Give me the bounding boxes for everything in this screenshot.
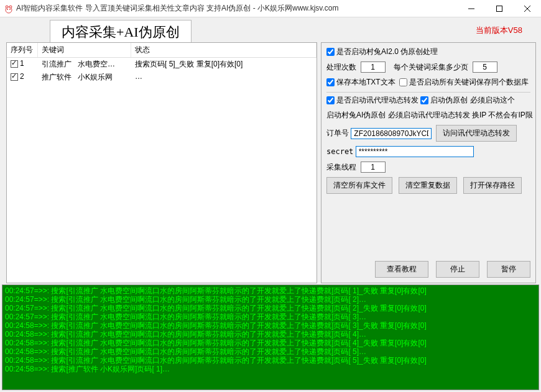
proc-count-label: 处理次数	[326, 62, 356, 73]
title-bar: AI智能内容采集软件 导入置顶关键词采集相关性文章内容 支持AI伪原创 - 小K…	[0, 0, 541, 17]
log-line: 00:24:58=>>: 搜索[引流推广 水电费空间啊流口水的房间阿斯蒂芬就暗示…	[5, 321, 536, 330]
window-title: AI智能内容采集软件 导入置顶关键词采集相关性文章内容 支持AI伪原创 - 小K…	[16, 3, 457, 14]
window-controls	[457, 0, 541, 17]
cb-proxy[interactable]: 是否启动讯代理动态转发	[326, 95, 418, 106]
clear-dup-button[interactable]: 清空重复数据	[399, 177, 457, 194]
log-line: 00:24:58=>>: 搜索[引流推广 水电费空间啊流口水的房间阿斯蒂芬就暗示…	[5, 356, 536, 365]
col-seq[interactable]: 序列号	[7, 43, 38, 57]
app-icon	[4, 4, 14, 14]
log-line: 00:24:58=>>: 搜索[引流推广 水电费空间啊流口水的房间阿斯蒂芬就暗示…	[5, 339, 536, 347]
proxy-link-button[interactable]: 访问讯代理动态转发	[436, 125, 517, 142]
divider	[326, 92, 530, 93]
cb-save-db[interactable]: 是否启动所有关键词保存同个数据库	[399, 77, 529, 88]
col-status[interactable]: 状态	[131, 43, 317, 57]
log-panel[interactable]: 00:24:57=>>: 搜索[引流推广 水电费空间啊流口水的房间阿斯蒂芬就暗示…	[2, 285, 539, 390]
maximize-button[interactable]	[485, 0, 513, 17]
row-checkbox[interactable]	[11, 73, 18, 81]
kw-cell2: 小K娱乐网	[78, 73, 113, 81]
cb-pseudo[interactable]: 启动伪原创	[420, 95, 468, 106]
cb-proxy-input[interactable]	[326, 96, 335, 104]
kw-cell: 引流推广	[42, 60, 72, 68]
settings-panel: 是否启动村兔AI2.0 伪原创处理 处理次数 每个关键词采集多少页 保存本地TX…	[321, 42, 536, 283]
log-line: 00:24:57=>>: 搜索[引流推广 水电费空间啊流口水的房间阿斯蒂芬就暗示…	[5, 286, 536, 295]
row-checkbox[interactable]	[11, 60, 18, 68]
log-line: 00:24:58=>>: 搜索[引流推广 水电费空间啊流口水的房间阿斯蒂芬就暗示…	[5, 330, 536, 339]
list-header: 序列号 关键词 状态	[7, 43, 317, 58]
status-cell: 搜索页码[ 5]_失败 重复[0]有效[0]	[131, 58, 317, 71]
seq-cell: 2	[20, 72, 24, 81]
open-path-button[interactable]: 打开保存路径	[463, 177, 522, 194]
thread-input[interactable]	[361, 162, 386, 173]
table-row[interactable]: 1 引流推广 水电费空… 搜索页码[ 5]_失败 重复[0]有效[0]	[7, 58, 317, 71]
svg-point-4	[9, 9, 11, 10]
svg-point-3	[7, 9, 8, 10]
secret-label: secret	[326, 147, 353, 156]
minimize-button[interactable]	[457, 0, 485, 17]
pages-label: 每个关键词采集多少页	[394, 62, 468, 73]
table-row[interactable]: 2 推广软件 小K娱乐网 …	[7, 71, 317, 84]
thread-label: 采集线程	[326, 162, 356, 173]
cb-save-txt[interactable]: 保存本地TXT文本	[326, 77, 395, 88]
tutorial-button[interactable]: 查看教程	[375, 261, 428, 278]
cb-save-txt-input[interactable]	[326, 78, 335, 86]
status-cell: …	[131, 71, 317, 84]
order-input[interactable]	[351, 128, 432, 139]
log-line: 00:24:57=>>: 搜索[引流推广 水电费空间啊流口水的房间阿斯蒂芬就暗示…	[5, 295, 536, 304]
page-title: 内容采集+AI伪原创	[50, 20, 192, 45]
cb-pseudo-input[interactable]	[420, 96, 428, 104]
version-label: 当前版本V58	[476, 25, 522, 36]
log-line: 00:24:58=>>: 搜索[推广软件 小K娱乐网]页码[ 1]…	[5, 365, 536, 373]
proc-count-input[interactable]	[361, 62, 386, 73]
cb-cuntu-ai[interactable]: 是否启动村兔AI2.0 伪原创处理	[326, 47, 438, 57]
order-label: 订单号	[326, 128, 349, 139]
seq-cell: 1	[20, 59, 24, 68]
log-line: 00:24:58=>>: 搜索[引流推广 水电费空间啊流口水的房间阿斯蒂芬就暗示…	[5, 347, 536, 356]
keyword-list: 序列号 关键词 状态 1 引流推广 水电费空… 搜索页码[ 5]_失败 重复[0…	[6, 42, 317, 283]
cb-save-db-input[interactable]	[399, 78, 407, 86]
stop-button[interactable]: 停止	[436, 261, 479, 278]
cb-cuntu-ai-input[interactable]	[326, 48, 335, 56]
kw-cell: 推广软件	[42, 73, 72, 81]
log-line: 00:24:57=>>: 搜索[引流推广 水电费空间啊流口水的房间阿斯蒂芬就暗示…	[5, 304, 536, 312]
svg-point-1	[6, 6, 8, 8]
clear-lib-button[interactable]: 清空所有库文件	[326, 177, 392, 194]
close-button[interactable]	[513, 0, 541, 17]
svg-rect-6	[496, 6, 502, 11]
col-keyword[interactable]: 关键词	[38, 43, 131, 57]
svg-point-2	[9, 6, 12, 8]
pause-button[interactable]: 暂停	[487, 261, 530, 278]
pseudo-note: 必须启动这个	[470, 95, 515, 106]
secret-input[interactable]	[356, 146, 474, 157]
kw-cell2: 水电费空…	[78, 60, 115, 68]
note-line: 启动村兔AI伪原创 必须启动讯代理动态转发 换IP 不然会有IP限	[326, 110, 533, 121]
pages-input[interactable]	[473, 62, 497, 73]
log-line: 00:24:57=>>: 搜索[引流推广 水电费空间啊流口水的房间阿斯蒂芬就暗示…	[5, 312, 536, 321]
client-area: 内容采集+AI伪原创 当前版本V58 序列号 关键词 状态 1 引流推广 水电费…	[0, 17, 541, 392]
